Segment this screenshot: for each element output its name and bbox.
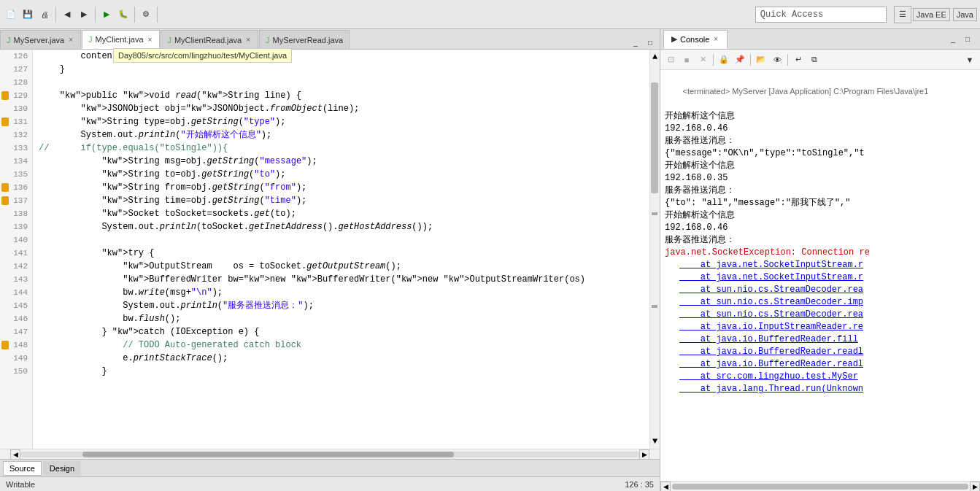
tab-myclient[interactable]: J MyClient.java × xyxy=(82,30,160,49)
console-copy-btn[interactable]: ⧉ xyxy=(807,53,822,67)
tab-label-myserver: MyServer.java xyxy=(14,36,65,45)
tab-myserver[interactable]: J MyServer.java × xyxy=(0,30,81,49)
console-stack-1[interactable]: at java.net.SocketInputStream.r xyxy=(665,259,976,271)
code-line-136[interactable]: "kw">String from=obj.getString("from"); xyxy=(33,181,649,194)
code-line-150[interactable]: } xyxy=(33,365,649,378)
console-maximize-btn[interactable]: □ xyxy=(961,33,974,46)
code-line-127[interactable]: } xyxy=(33,63,649,76)
console-content[interactable]: <terminated> MyServer [Java Application]… xyxy=(660,70,980,481)
line-number-128: 128 xyxy=(0,76,32,89)
console-stack-7[interactable]: at java.io.BufferedReader.fill xyxy=(665,333,976,346)
new-button[interactable]: 📄 xyxy=(3,7,19,23)
tab-label-myclient: MyClient.java xyxy=(96,35,144,44)
console-stack-10[interactable]: at src.com.lingzhuo.test.MySer xyxy=(665,371,976,383)
back-button[interactable]: ◀ xyxy=(59,7,75,23)
code-line-143[interactable]: "kw">BufferedWriter bw="kw">new "kw">Buf… xyxy=(33,273,649,286)
code-content[interactable]: contentPane.add(list); } "kw">public "kw… xyxy=(33,50,649,449)
tab-close-myserver[interactable]: × xyxy=(67,35,74,45)
code-line-129[interactable]: "kw">public "kw">void read("kw">String l… xyxy=(33,89,649,102)
perspective-icon-btn[interactable]: ☰ xyxy=(894,6,911,23)
main-toolbar: 📄 💾 🖨 ◀ ▶ ▶ 🐛 ⚙ Quick Access ☰ Java EE J… xyxy=(0,0,980,29)
console-stack-9[interactable]: at java.io.BufferedReader.readl xyxy=(665,358,976,371)
code-line-146[interactable]: bw.flush(); xyxy=(33,312,649,325)
code-line-144[interactable]: bw.write(msg+"\n"); xyxy=(33,286,649,299)
scroll-track[interactable] xyxy=(650,64,660,434)
console-icon: ▶ xyxy=(671,34,677,44)
code-line-149[interactable]: e.printStackTrace(); xyxy=(33,352,649,365)
perspective-javaee-label[interactable]: Java EE xyxy=(913,8,950,21)
console-stack-5[interactable]: at sun.nio.cs.StreamDecoder.rea xyxy=(665,309,976,321)
console-h-track[interactable] xyxy=(672,484,968,490)
code-line-148[interactable]: // TODO Auto-generated catch block xyxy=(33,339,649,352)
console-h-scrollbar[interactable]: ◀ ▶ xyxy=(660,481,980,491)
code-line-145[interactable]: System.out.println("服务器推送消息："); xyxy=(33,299,649,312)
console-line-5: 开始解析这个信息 xyxy=(665,160,976,172)
editor-vertical-scrollbar[interactable]: ▲ ▼ xyxy=(649,50,660,449)
print-button[interactable]: 🖨 xyxy=(36,7,53,23)
code-line-135[interactable]: "kw">String to=obj.getString("to"); xyxy=(33,168,649,181)
line-number-132: 132 xyxy=(0,128,32,142)
line-number-146: 146 xyxy=(0,312,32,325)
tab-myclientread[interactable]: J MyClientRead.java × xyxy=(161,30,258,49)
console-stack-11[interactable]: at java.lang.Thread.run(Unknown xyxy=(665,383,976,395)
code-line-130[interactable]: "kw">JSONObject obj="kw">JSONObject.from… xyxy=(33,102,649,115)
code-line-147[interactable]: } "kw">catch (IOException e) { xyxy=(33,325,649,339)
console-remove-btn[interactable]: ✕ xyxy=(695,53,710,67)
perspective-java-label[interactable]: Java xyxy=(953,8,977,21)
console-view-btn[interactable]: 👁 xyxy=(770,53,784,67)
quick-access-input[interactable]: Quick Access xyxy=(755,7,887,23)
console-tab-close[interactable]: × xyxy=(712,34,719,44)
run-button[interactable]: ▶ xyxy=(99,7,115,23)
console-menu-btn[interactable]: ▼ xyxy=(962,53,977,67)
code-line-138[interactable]: "kw">Socket toSocket=sockets.get(to); xyxy=(33,207,649,220)
code-line-132[interactable]: System.out.println("开始解析这个信息"); xyxy=(33,128,649,142)
console-open-btn[interactable]: 📂 xyxy=(754,53,768,67)
debug-button[interactable]: 🐛 xyxy=(115,7,131,23)
console-stack-3[interactable]: at sun.nio.cs.StreamDecoder.rea xyxy=(665,284,976,296)
tab-close-myclientread[interactable]: × xyxy=(244,35,252,45)
tab-source[interactable]: Source xyxy=(3,461,42,476)
console-clear-btn[interactable]: ⊡ xyxy=(663,53,678,67)
console-scroll-lock-btn[interactable]: 🔒 xyxy=(717,53,731,67)
tab-design[interactable]: Design xyxy=(43,461,81,476)
console-scroll-left-btn[interactable]: ◀ xyxy=(660,482,671,492)
console-word-wrap-btn[interactable]: ↵ xyxy=(791,53,806,67)
code-line-142[interactable]: "kw">OutputStream os = toSocket.getOutpu… xyxy=(33,260,649,273)
console-stack-8[interactable]: at java.io.BufferedReader.readl xyxy=(665,346,976,358)
editor-minimize-btn[interactable]: _ xyxy=(629,36,642,49)
code-line-134[interactable]: "kw">String msg=obj.getString("message")… xyxy=(33,155,649,168)
line-number-130: 130 xyxy=(0,102,32,115)
console-line-7: 服务器推送消息： xyxy=(665,185,976,197)
console-tab[interactable]: ▶ Console × xyxy=(663,30,728,49)
scroll-up-btn[interactable]: ▲ xyxy=(650,50,660,64)
code-line-137[interactable]: "kw">String time=obj.getString("time"); xyxy=(33,194,649,207)
horizontal-scrollbar[interactable]: ◀ ▶ xyxy=(0,449,660,459)
code-line-131[interactable]: "kw">String type=obj.getString("type"); xyxy=(33,115,649,128)
console-stack-6[interactable]: at java.io.InputStreamReader.re xyxy=(665,321,976,333)
code-line-141[interactable]: "kw">try { xyxy=(33,247,649,260)
console-minimize-btn[interactable]: _ xyxy=(946,33,960,46)
editor-window-controls: _ □ xyxy=(629,36,660,49)
h-scroll-track[interactable] xyxy=(20,452,639,457)
console-exception-line[interactable]: java.net.SocketException: Connection re xyxy=(665,247,976,259)
build-button[interactable]: ⚙ xyxy=(138,7,154,23)
code-line-133[interactable]: // if(type.equals("toSingle")){ xyxy=(33,142,649,155)
line-number-148: 148 xyxy=(0,339,32,352)
console-panel: ▶ Console × _ □ ⊡ ■ ✕ 🔒 📌 📂 👁 ↵ ⧉ ▼ xyxy=(660,29,980,491)
tab-close-myclient[interactable]: × xyxy=(147,35,154,45)
code-line-140[interactable] xyxy=(33,233,649,247)
console-pin-btn[interactable]: 📌 xyxy=(733,53,747,67)
console-stack-4[interactable]: at sun.nio.cs.StreamDecoder.imp xyxy=(665,296,976,309)
editor-maximize-btn[interactable]: □ xyxy=(644,36,657,49)
save-button[interactable]: 💾 xyxy=(20,7,36,23)
scroll-right-btn[interactable]: ▶ xyxy=(639,449,649,460)
code-line-139[interactable]: System.out.println(toSocket.getInetAddre… xyxy=(33,220,649,233)
scroll-left-btn[interactable]: ◀ xyxy=(10,449,20,460)
forward-button[interactable]: ▶ xyxy=(76,7,92,23)
console-stack-2[interactable]: at java.net.SocketInputStream.r xyxy=(665,271,976,284)
scroll-down-btn[interactable]: ▼ xyxy=(650,434,660,449)
console-stop-btn[interactable]: ■ xyxy=(679,53,694,67)
tab-myserverread[interactable]: J MyServerRead.java xyxy=(259,30,350,49)
code-line-128[interactable] xyxy=(33,76,649,89)
console-scroll-right-btn[interactable]: ▶ xyxy=(970,482,980,492)
